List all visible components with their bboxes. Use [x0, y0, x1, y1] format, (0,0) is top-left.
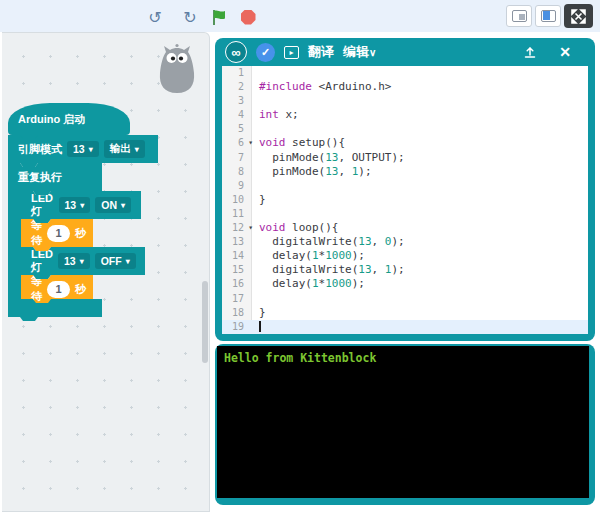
block-label: 引脚模式 [18, 142, 62, 157]
serial-terminal-panel: Hello from Kittenblock [215, 344, 595, 505]
pin-value: 13 [64, 255, 76, 267]
code-text: pinMode(13, OUTPUT); [252, 151, 405, 165]
block-label: LED灯 [31, 192, 54, 219]
wait-value-input[interactable]: 1 [47, 281, 70, 298]
forever-inner-stack: LED灯 13 ▾ ON ▾ 等待 1 秒 [21, 191, 145, 303]
mode-dropdown[interactable]: 输出 ▾ [104, 140, 145, 158]
block-arduino-start[interactable]: Arduino 启动 [8, 103, 130, 135]
code-text: digitalWrite(13, 1); [252, 263, 405, 277]
code-line[interactable]: 2#include <Arduino.h> [222, 80, 588, 94]
code-text [252, 320, 261, 334]
code-text [252, 292, 259, 306]
code-line[interactable]: 1 [222, 66, 588, 80]
pin-dropdown[interactable]: 13 ▾ [59, 197, 91, 213]
block-forever-top[interactable]: 重复执行 [8, 163, 102, 195]
undo-icon[interactable]: ↺ [144, 6, 166, 28]
block-pinmode[interactable]: 引脚模式 13 ▾ 输出 ▾ [8, 135, 158, 167]
pin-value: 13 [65, 199, 77, 211]
pin-dropdown[interactable]: 13 ▾ [67, 141, 99, 157]
state-dropdown[interactable]: ON ▾ [95, 197, 131, 213]
chevron-down-icon: ▾ [121, 201, 125, 210]
code-line[interactable]: 5 [222, 122, 588, 136]
state-value: OFF [101, 255, 122, 267]
green-flag-icon[interactable] [208, 6, 230, 28]
state-value: ON [101, 199, 117, 211]
pin-value: 13 [73, 143, 85, 155]
code-line[interactable]: 16 delay(1*1000); [222, 277, 588, 291]
chevron-down-icon: ▾ [135, 145, 139, 154]
block-unit: 秒 [75, 226, 86, 241]
close-editor-button[interactable]: ✕ [559, 44, 571, 60]
code-line[interactable]: 19 [222, 320, 588, 334]
code-line[interactable]: 17 [222, 292, 588, 306]
code-line[interactable]: 12▾void loop(){ [222, 221, 588, 235]
blocks-workspace: Arduino 启动 引脚模式 13 ▾ 输出 ▾ 重复执行 [2, 32, 210, 512]
edit-menu-button[interactable]: 编辑∨ [343, 43, 376, 61]
code-area[interactable]: 12#include <Arduino.h>34int x;56▾void se… [222, 66, 588, 334]
code-line[interactable]: 18} [222, 306, 588, 320]
block-label: LED灯 [31, 248, 53, 275]
code-line[interactable]: 9 [222, 179, 588, 193]
line-number: 1 [222, 66, 252, 80]
chevron-down-icon: ∨ [369, 47, 376, 58]
line-number: 9 [222, 179, 252, 193]
line-number: 10 [222, 193, 252, 207]
redo-icon[interactable]: ↻ [179, 6, 201, 28]
block-led-on[interactable]: LED灯 13 ▾ ON ▾ [21, 191, 141, 223]
code-line[interactable]: 11 [222, 207, 588, 221]
state-dropdown[interactable]: OFF ▾ [95, 253, 136, 269]
stop-octagon [241, 10, 256, 25]
wait-value-input[interactable]: 1 [47, 225, 70, 242]
line-number: 16 [222, 277, 252, 291]
code-line[interactable]: 15 digitalWrite(13, 1); [222, 263, 588, 277]
editor-toolbar: ∞ ✓ ▸ 翻译 编辑∨ ✕ [215, 38, 595, 66]
chevron-down-icon: ▾ [89, 145, 93, 154]
stop-button-icon[interactable] [237, 6, 259, 28]
chevron-down-icon: ▾ [80, 257, 84, 266]
fold-arrow-icon[interactable]: ▾ [248, 137, 253, 149]
translate-button[interactable]: 翻译 [308, 43, 334, 61]
upload-icon [523, 45, 537, 59]
line-number: 14 [222, 249, 252, 263]
fullscreen-button[interactable] [564, 4, 593, 28]
code-line[interactable]: 13 digitalWrite(13, 0); [222, 235, 588, 249]
code-line[interactable]: 4int x; [222, 108, 588, 122]
edit-menu-label: 编辑 [343, 44, 369, 59]
code-text: void setup(){ [252, 136, 345, 150]
code-text: #include <Arduino.h> [252, 80, 391, 94]
pin-dropdown[interactable]: 13 ▾ [58, 253, 90, 269]
arduino-logo-icon[interactable]: ∞ [225, 41, 247, 63]
code-text [252, 207, 259, 221]
line-number: 5 [222, 122, 252, 136]
forever-arm [8, 191, 21, 303]
block-unit: 秒 [75, 282, 86, 297]
stage-layout-normal-button[interactable] [535, 5, 561, 27]
code-line[interactable]: 7 pinMode(13, OUTPUT); [222, 151, 588, 165]
terminal-output[interactable]: Hello from Kittenblock [217, 346, 589, 498]
code-text [252, 94, 259, 108]
line-number: 3 [222, 94, 252, 108]
line-number: 11 [222, 207, 252, 221]
block-forever-bottom[interactable] [8, 299, 102, 321]
block-label: 重复执行 [18, 170, 62, 185]
stage-layout-small-button[interactable] [506, 5, 532, 27]
line-number: 19 [222, 320, 252, 334]
mode-value: 输出 [110, 142, 131, 156]
code-text [252, 66, 259, 80]
kitten-sprite[interactable] [154, 43, 200, 95]
code-editor-panel: ∞ ✓ ▸ 翻译 编辑∨ ✕ 12#include < [215, 38, 595, 341]
fold-arrow-icon[interactable]: ▾ [248, 222, 253, 234]
code-line[interactable]: 14 delay(1*1000); [222, 249, 588, 263]
verify-button[interactable]: ✓ [256, 43, 275, 62]
workspace-vertical-scrollbar[interactable] [202, 281, 208, 363]
code-line[interactable]: 8 pinMode(13, 1); [222, 165, 588, 179]
code-line[interactable]: 10} [222, 193, 588, 207]
code-line[interactable]: 3 [222, 94, 588, 108]
code-line[interactable]: 6▾void setup(){ [222, 136, 588, 150]
block-wait-1[interactable]: 等待 1 秒 [21, 219, 93, 251]
code-text: int x; [252, 108, 299, 122]
code-lines: 12#include <Arduino.h>34int x;56▾void se… [222, 66, 588, 334]
block-led-off[interactable]: LED灯 13 ▾ OFF ▾ [21, 247, 145, 279]
console-icon[interactable]: ▸ [284, 46, 299, 59]
upload-button[interactable] [523, 45, 537, 59]
